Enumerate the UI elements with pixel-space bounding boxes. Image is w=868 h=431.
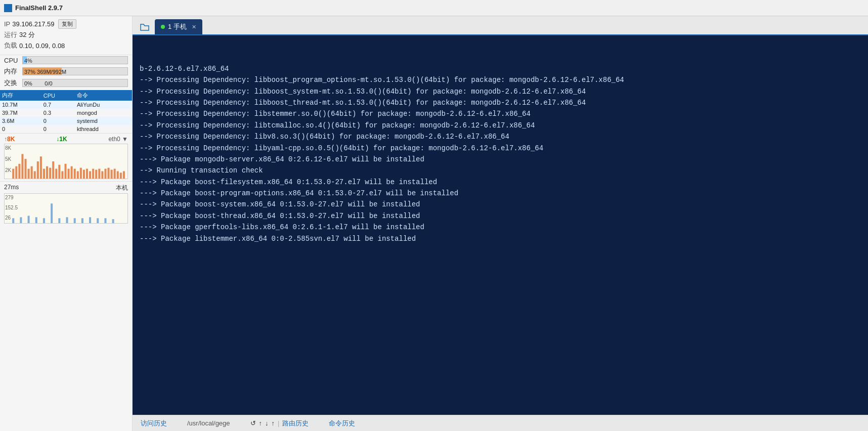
visit-history-btn[interactable]: 访问历史 xyxy=(141,419,167,428)
swap-row: 交换 0% 0/0 xyxy=(0,77,132,89)
terminal-line: --> Processing Dependency: libv8.so.3()(… xyxy=(140,131,861,142)
mem-label: 内存 xyxy=(4,67,22,76)
tab-close-icon[interactable]: ✕ xyxy=(192,24,196,30)
terminal-line: ---> Package boost-filesystem.x86_64 0:1… xyxy=(140,177,861,188)
main-layout: IP 39.106.217.59 复制 运行 32 分 负载 0.10, 0.0… xyxy=(0,16,868,431)
load-row: 负载 0.10, 0.09, 0.08 xyxy=(4,41,128,50)
proc-mem: 39.7M xyxy=(0,109,41,117)
proc-mem: 10.7M xyxy=(0,101,41,109)
cpu-label: CPU xyxy=(4,57,22,64)
refresh-icon[interactable]: ↺ xyxy=(250,419,256,427)
proc-cpu: 0.3 xyxy=(41,109,75,117)
terminal-area: 1 手机 ✕ b-2.6.12-6.el7.x86_64--> Processi… xyxy=(133,16,868,431)
terminal-line: --> Processing Dependency: libyaml-cpp.s… xyxy=(140,143,861,154)
svg-rect-29 xyxy=(101,171,103,179)
terminal-line: b-2.6.12-6.el7.x86_64 xyxy=(140,63,861,74)
svg-rect-21 xyxy=(77,171,79,179)
svg-rect-24 xyxy=(86,169,88,179)
proc-cmd: systemd xyxy=(75,117,132,125)
proc-cpu: 0.7 xyxy=(41,101,75,109)
proc-cpu: 0 xyxy=(41,125,75,133)
latency-value: 27ms xyxy=(4,184,19,192)
svg-rect-6 xyxy=(31,166,33,179)
svg-rect-22 xyxy=(80,168,82,179)
net-up: ↑8K xyxy=(4,136,15,143)
svg-rect-49 xyxy=(104,218,106,223)
terminal-line: ---> Package boost-program-options.x86_6… xyxy=(140,188,861,199)
svg-rect-31 xyxy=(108,168,110,179)
ip-row: IP 39.106.217.59 复制 xyxy=(4,19,128,29)
col-cpu: CPU xyxy=(41,90,75,101)
current-path: /usr/local/gege xyxy=(187,419,230,427)
svg-rect-40 xyxy=(35,217,37,223)
table-row: 10.7M 0.7 AliYunDu xyxy=(0,101,132,109)
proc-mem: 0 xyxy=(0,125,41,133)
mem-row: 内存 37% 369M/992M xyxy=(0,66,132,77)
ip-info: IP 39.106.217.59 复制 运行 32 分 负载 0.10, 0.0… xyxy=(0,16,132,55)
cpu-row: CPU 4% xyxy=(0,55,132,65)
svg-rect-0 xyxy=(12,169,14,179)
lat-y-279: 279 xyxy=(5,195,14,200)
cpu-percent: 4% xyxy=(24,57,32,64)
proc-cmd: mongod xyxy=(75,109,132,117)
download-icon[interactable]: ↓ xyxy=(265,419,269,427)
folder-icon xyxy=(140,23,150,32)
cmd-history-btn[interactable]: 命令历史 xyxy=(329,419,355,428)
svg-rect-34 xyxy=(117,171,119,179)
net-y-2k: 2K xyxy=(5,167,11,173)
uptime-row: 运行 32 分 xyxy=(4,30,128,39)
svg-rect-46 xyxy=(81,218,83,223)
svg-rect-15 xyxy=(58,165,60,179)
copy-button[interactable]: 复制 xyxy=(58,19,76,29)
svg-rect-36 xyxy=(123,171,125,179)
terminal-output[interactable]: b-2.6.12-6.el7.x86_64--> Processing Depe… xyxy=(133,35,868,415)
svg-rect-32 xyxy=(111,170,113,179)
proc-cmd: AliYunDu xyxy=(75,101,132,109)
net-y-8k: 8K xyxy=(5,145,11,151)
ip-label: IP xyxy=(4,20,10,28)
svg-rect-23 xyxy=(83,170,85,179)
swap-label: 交换 xyxy=(4,78,22,88)
route-history-btn[interactable]: 路由历史 xyxy=(282,419,309,428)
svg-rect-47 xyxy=(89,217,91,223)
col-cmd: 命令 xyxy=(75,90,132,101)
latency-header: 27ms 本机 xyxy=(4,184,128,192)
svg-rect-43 xyxy=(58,218,60,223)
process-table: 内存 CPU 命令 10.7M 0.7 AliYunDu 39.7M 0.3 m… xyxy=(0,90,132,133)
svg-rect-4 xyxy=(24,159,26,179)
uptime-label: 运行 xyxy=(4,30,17,39)
load-value: 0.10, 0.09, 0.08 xyxy=(19,42,65,50)
svg-rect-11 xyxy=(46,166,48,179)
latency-dest: 本机 xyxy=(116,184,128,192)
net-interface: eth0 ▼ xyxy=(108,136,128,143)
proc-cpu: 0 xyxy=(41,117,75,125)
terminal-line: --> Running transaction check xyxy=(140,165,861,176)
app-icon xyxy=(4,4,12,12)
svg-rect-48 xyxy=(97,218,99,223)
svg-rect-26 xyxy=(92,169,94,179)
ip-value: 39.106.217.59 xyxy=(12,20,54,28)
tab-label: 1 手机 xyxy=(168,22,187,31)
upload-icon[interactable]: ↑ xyxy=(259,419,263,427)
svg-rect-2 xyxy=(18,164,20,179)
sidebar: IP 39.106.217.59 复制 运行 32 分 负载 0.10, 0.0… xyxy=(0,16,133,431)
svg-rect-41 xyxy=(43,218,45,223)
network-header: ↑8K ↓1K eth0 ▼ xyxy=(4,136,128,143)
svg-rect-27 xyxy=(95,170,97,179)
svg-rect-20 xyxy=(74,169,76,179)
svg-rect-13 xyxy=(52,161,54,179)
folder-button[interactable] xyxy=(137,20,153,34)
terminal-line: --> Processing Dependency: libboost_prog… xyxy=(140,74,861,85)
latency-svg xyxy=(5,194,127,223)
svg-rect-8 xyxy=(37,161,39,179)
svg-rect-45 xyxy=(74,218,76,223)
upload2-icon[interactable]: ↑ xyxy=(272,419,275,427)
tab-1-phone[interactable]: 1 手机 ✕ xyxy=(155,19,202,34)
svg-rect-1 xyxy=(15,166,17,179)
svg-rect-17 xyxy=(64,164,66,179)
svg-rect-16 xyxy=(61,171,63,179)
svg-rect-5 xyxy=(28,169,30,179)
terminal-line: --> Processing Dependency: libstemmer.so… xyxy=(140,108,861,119)
tab-status-dot xyxy=(161,25,165,29)
separator: | xyxy=(278,419,279,427)
